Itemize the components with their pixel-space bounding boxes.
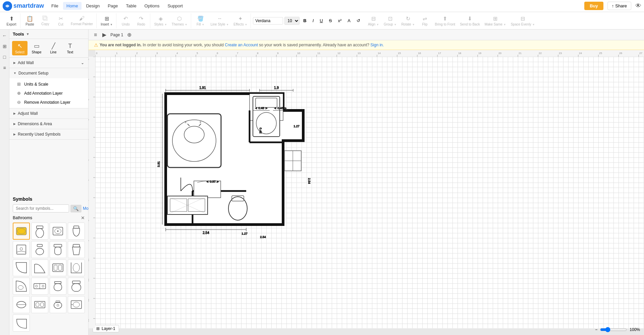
svg-rect-139 bbox=[253, 96, 280, 137]
symbol-item-vanity[interactable] bbox=[31, 296, 48, 313]
fill-button[interactable]: 🪣 Fill ▼ bbox=[193, 13, 208, 28]
remove-annotation-item[interactable]: ⊖ Remove Annotation Layer bbox=[9, 98, 88, 107]
symbol-item-sink-3[interactable] bbox=[13, 296, 30, 313]
menu-options[interactable]: Options bbox=[141, 2, 163, 10]
text-tool-button[interactable]: T Text bbox=[62, 41, 78, 55]
menu-file[interactable]: File bbox=[48, 2, 62, 10]
symbol-item-sink-5[interactable] bbox=[68, 296, 85, 313]
text-color-button[interactable]: A bbox=[345, 17, 353, 25]
svg-text:6: 6 bbox=[89, 179, 90, 181]
symbol-item-shower[interactable] bbox=[13, 241, 30, 258]
send-to-back-button[interactable]: ⬇ Send to Back bbox=[458, 13, 482, 28]
svg-text:1.27: 1.27 bbox=[293, 125, 300, 128]
space-evenly-button[interactable]: ⊟ Space Evenly ▼ bbox=[509, 13, 537, 28]
effects-button[interactable]: ✦ Effects ▼ bbox=[231, 13, 249, 28]
export-button[interactable]: ⬆ Export bbox=[4, 13, 19, 28]
line-tool-button[interactable]: ╱ Line bbox=[46, 41, 61, 55]
text-bg-button[interactable]: ↺ bbox=[354, 17, 363, 25]
drawing-canvas[interactable]: x x bbox=[95, 57, 644, 328]
add-annotation-item[interactable]: ⊕ Add Annotation Layer bbox=[9, 89, 88, 98]
symbol-item-toilet-side[interactable] bbox=[31, 241, 48, 258]
copy-button[interactable]: ⿻ Copy bbox=[38, 13, 53, 28]
font-size-select[interactable]: 101214 bbox=[284, 17, 300, 25]
symbol-item-tub-2[interactable] bbox=[68, 259, 85, 277]
adjust-wall-header[interactable]: ▶ Adjust Wall bbox=[9, 108, 88, 118]
symbol-item-toilet-top2[interactable] bbox=[68, 223, 85, 240]
symbol-item-sink-4[interactable] bbox=[50, 296, 67, 313]
sign-in-link[interactable]: Sign in. bbox=[370, 43, 384, 47]
nav-shapes-icon[interactable]: □ bbox=[1, 53, 9, 61]
forward-nav-button[interactable]: ▶ bbox=[101, 31, 108, 39]
make-same-button[interactable]: ⊞ Make Same ▼ bbox=[483, 13, 508, 28]
symbol-item-corner-tub[interactable] bbox=[13, 278, 30, 295]
bring-to-front-button[interactable]: ⬆ Bring to Front bbox=[433, 13, 458, 28]
visibility-icon[interactable]: 👁 bbox=[635, 2, 641, 9]
units-scale-item[interactable]: ⊞ Units & Scale bbox=[9, 80, 88, 89]
select-tool-button[interactable]: ↖ Select bbox=[12, 41, 28, 55]
category-close-button[interactable]: ✕ bbox=[81, 215, 85, 221]
symbol-item-long-sink[interactable] bbox=[31, 278, 48, 295]
share-icon: ↑ bbox=[612, 3, 614, 8]
zoom-slider[interactable] bbox=[600, 327, 627, 332]
symbol-item-toilet-4[interactable] bbox=[68, 241, 85, 258]
group-button[interactable]: ⊡ Group ▼ bbox=[382, 13, 399, 28]
symbols-search-input[interactable] bbox=[13, 204, 69, 212]
symbol-item-toilet-6[interactable] bbox=[68, 278, 85, 295]
menu-table[interactable]: Table bbox=[123, 2, 140, 10]
nav-layers-icon[interactable]: ≡ bbox=[1, 64, 9, 72]
more-button[interactable]: More 🔵 bbox=[83, 206, 88, 211]
nav-back-icon[interactable]: ← bbox=[1, 32, 9, 40]
line-style-button[interactable]: ╌ Line Style ▼ bbox=[209, 13, 231, 28]
symbol-item-tub-3[interactable] bbox=[13, 315, 30, 332]
symbol-item-sink-2[interactable] bbox=[50, 259, 67, 277]
add-wall-header[interactable]: ▶ Add Wall ⌄ bbox=[9, 58, 88, 68]
menu-design[interactable]: Design bbox=[83, 2, 103, 10]
redo-button[interactable]: ↷ Redo bbox=[134, 13, 149, 28]
cut-button[interactable]: ✂ Cut bbox=[53, 13, 68, 28]
symbol-item-sink-top1[interactable] bbox=[50, 223, 67, 240]
superscript-button[interactable]: x² bbox=[335, 17, 344, 25]
buy-button[interactable]: Buy bbox=[584, 2, 603, 10]
align-button[interactable]: ⊟ Align ▼ bbox=[366, 13, 381, 28]
menu-page[interactable]: Page bbox=[104, 2, 121, 10]
zoom-controls: − 100% bbox=[595, 327, 640, 332]
svg-text:10: 10 bbox=[297, 52, 300, 55]
zoom-out-icon[interactable]: − bbox=[595, 327, 597, 332]
paste-button[interactable]: 📋 Paste bbox=[22, 13, 37, 28]
menu-support[interactable]: Support bbox=[164, 2, 186, 10]
layer-indicator[interactable]: ⊞ Layer-1 bbox=[93, 325, 119, 332]
symbol-item-corner-sink[interactable] bbox=[31, 259, 48, 277]
font-select[interactable] bbox=[253, 17, 283, 25]
format-painter-button[interactable]: 🖌 Format Painter bbox=[69, 13, 95, 28]
back-nav-button[interactable]: ≡ bbox=[93, 31, 98, 39]
symbol-grid bbox=[13, 223, 85, 332]
strikethrough-button[interactable]: S bbox=[327, 17, 334, 25]
symbol-item-corner-shower[interactable] bbox=[13, 259, 30, 277]
rotate-button[interactable]: ↻ Rotate ▼ bbox=[399, 13, 417, 28]
canvas-wrapper[interactable]: 0123456789101112131415161718192021222324… bbox=[89, 50, 644, 335]
dimensions-area-header[interactable]: ▶ Dimensions & Area bbox=[9, 119, 88, 129]
fill-icon: 🪣 bbox=[197, 15, 204, 22]
menu-home[interactable]: Home bbox=[63, 2, 82, 10]
underline-button[interactable]: U bbox=[317, 17, 325, 25]
shape-tool-button[interactable]: ▭ Shape bbox=[29, 41, 44, 55]
symbol-item-bathtub-top[interactable] bbox=[13, 223, 30, 240]
document-setup-header[interactable]: ▼ Document Setup bbox=[9, 68, 88, 78]
undo-button[interactable]: ↶ Undo bbox=[118, 13, 133, 28]
flip-button[interactable]: ⇌ Flip bbox=[418, 13, 432, 28]
recently-used-header[interactable]: ▶ Recently Used Symbols bbox=[9, 129, 88, 139]
symbol-item-toilet-5[interactable] bbox=[50, 278, 67, 295]
symbol-item-toilet-top1[interactable] bbox=[31, 223, 48, 240]
symbol-item-toilet-3[interactable] bbox=[50, 241, 67, 258]
symbols-header: Symbols bbox=[13, 196, 85, 202]
styles-button[interactable]: ◈ Styles ▼ bbox=[152, 13, 169, 28]
bold-button[interactable]: B bbox=[301, 17, 309, 25]
themes-button[interactable]: ⬡ Themes ▼ bbox=[170, 13, 190, 28]
share-button[interactable]: ↑ Share bbox=[607, 2, 631, 10]
insert-button[interactable]: ⊞ Insert ▼ bbox=[99, 13, 115, 28]
add-page-button[interactable]: ⊕ bbox=[126, 31, 133, 39]
create-account-link[interactable]: Create an Account bbox=[225, 43, 258, 47]
nav-panels-icon[interactable]: ⊞ bbox=[1, 42, 9, 50]
italic-button[interactable]: I bbox=[310, 17, 316, 25]
symbols-search-button[interactable]: 🔍 bbox=[70, 205, 82, 212]
